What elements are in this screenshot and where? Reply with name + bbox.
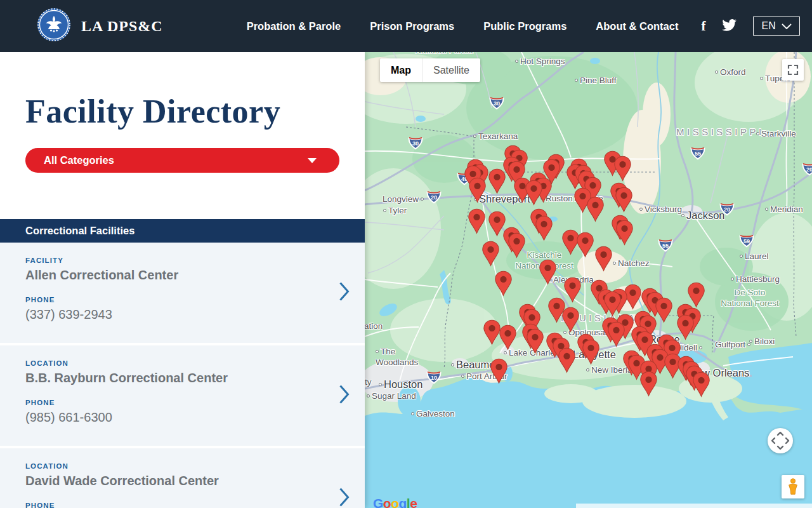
facility-card-2[interactable]: LOCATIONDavid Wade Correctional CenterPH… <box>0 448 365 508</box>
pan-control-button[interactable] <box>768 428 793 453</box>
map-label-hot-springs: Hot Springs <box>515 57 565 67</box>
map-label-meridian: Meridian <box>765 204 803 215</box>
nav-link-3[interactable]: About & Contact <box>596 20 678 32</box>
town-dot-icon <box>504 351 507 354</box>
map-pin[interactable] <box>607 321 625 347</box>
interstate-20-shield-icon: 20 <box>426 190 442 207</box>
facility-card-1[interactable]: LOCATIONB.B. Rayburn Correctional Center… <box>0 345 365 446</box>
phone-label: PHONE <box>25 296 320 304</box>
map-pin[interactable] <box>603 291 622 317</box>
svg-text:55: 55 <box>695 150 701 157</box>
google-logo-letter: e <box>410 496 417 508</box>
town-dot-icon <box>699 346 702 349</box>
page-title: Facility Directory <box>25 93 280 130</box>
map-pin[interactable] <box>563 277 582 303</box>
satellite-button[interactable]: Satellite <box>422 58 480 82</box>
map-pin[interactable] <box>615 220 634 246</box>
facility-name: Allen Correctional Center <box>25 268 320 283</box>
town-dot-icon <box>461 375 464 378</box>
town-dot-icon <box>760 77 763 80</box>
map-label-jackson: Jackson <box>681 209 725 222</box>
map-pin[interactable] <box>576 232 594 258</box>
interstate-20-shield-icon: 20 <box>719 202 735 219</box>
phone-label: PHONE <box>25 399 320 406</box>
map-pin[interactable] <box>558 347 576 373</box>
town-dot-icon <box>421 197 424 201</box>
map-label-galveston: Galveston <box>411 409 455 420</box>
map-pin[interactable] <box>535 215 553 241</box>
section-header: Correctional Facilities <box>0 219 365 243</box>
pegman-icon <box>787 478 799 496</box>
svg-text:30: 30 <box>494 100 500 107</box>
map-pin[interactable] <box>525 180 543 206</box>
town-dot-icon <box>586 368 589 371</box>
town-dot-icon <box>411 412 414 415</box>
fullscreen-icon <box>787 64 799 76</box>
google-logo-letter: o <box>391 496 398 508</box>
fullscreen-button[interactable] <box>782 59 804 81</box>
map-label-gulfport: Gulfport <box>715 340 750 351</box>
map-pin[interactable] <box>639 371 658 397</box>
map-label-longview: Longview <box>383 194 424 205</box>
town-dot-icon <box>473 135 476 138</box>
interstate-30-shield-icon: 30 <box>489 96 505 113</box>
google-logo-letter: g <box>399 496 407 508</box>
svg-text:20: 20 <box>431 194 437 201</box>
map-pin[interactable] <box>490 358 508 384</box>
language-selector[interactable]: EN <box>753 17 799 36</box>
town-dot-icon <box>740 255 743 258</box>
street-view-pegman-button[interactable] <box>782 475 804 498</box>
facebook-icon[interactable]: f <box>701 18 705 34</box>
louisiana-seal-logo-icon <box>37 8 71 44</box>
map-pin[interactable] <box>499 324 517 351</box>
map-label-tyler: Tyler <box>383 206 407 217</box>
town-dot-icon <box>515 60 518 63</box>
map-pin[interactable] <box>586 196 605 222</box>
twitter-icon[interactable] <box>722 19 737 34</box>
map-pin[interactable] <box>468 208 486 234</box>
map-label-houston: Houston <box>379 378 422 391</box>
category-dropdown[interactable]: All Categories <box>25 148 339 173</box>
map-label-the-woodlands: The Woodlands <box>376 347 418 368</box>
map-pin[interactable] <box>488 168 506 194</box>
map-label-national-forest: National Forest <box>415 52 473 57</box>
map-pin[interactable] <box>594 246 613 272</box>
map-pin[interactable] <box>613 156 632 182</box>
pan-arrows-icon <box>768 428 793 453</box>
town-dot-icon <box>749 340 752 343</box>
nav-link-1[interactable]: Prison Programs <box>370 20 454 32</box>
caret-down-icon <box>308 158 317 163</box>
map-pin[interactable] <box>615 187 633 213</box>
map-pin[interactable] <box>561 307 580 333</box>
map-pin[interactable] <box>676 314 695 340</box>
map-pin[interactable] <box>494 271 513 297</box>
interstate-59-shield-icon: 59 <box>739 234 755 251</box>
map-pin[interactable] <box>526 328 544 354</box>
facility-type-label: LOCATION <box>25 359 320 367</box>
map-pin[interactable] <box>692 371 710 398</box>
map-pin[interactable] <box>468 177 487 203</box>
nav-links: Probation & ParolePrison ProgramsPublic … <box>247 20 679 32</box>
svg-text:59: 59 <box>743 238 750 244</box>
language-value: EN <box>761 20 775 32</box>
map-type-control: Map Satellite <box>380 58 480 82</box>
map-pin[interactable] <box>508 232 526 258</box>
nav-link-2[interactable]: Public Programs <box>483 20 566 32</box>
map-pin[interactable] <box>539 259 557 285</box>
brand[interactable]: LA DPS&C <box>37 8 163 44</box>
map-button[interactable]: Map <box>380 58 422 82</box>
chevron-right-icon <box>339 385 350 406</box>
map-label-de-soto-national-forest: De Soto National Forest <box>721 288 779 309</box>
interstate-30-shield-icon: 30 <box>408 136 424 153</box>
map-pin[interactable] <box>582 339 600 365</box>
facility-type-label: FACILITY <box>25 257 320 264</box>
nav-link-0[interactable]: Probation & Parole <box>247 20 341 32</box>
map-pin[interactable] <box>655 297 673 323</box>
map[interactable]: Map Satellite Google Hot SpringsPine Blu… <box>365 52 812 508</box>
map-label-ty: ty <box>365 377 372 388</box>
map-pin[interactable] <box>481 241 500 267</box>
facility-card-0[interactable]: FACILITYAllen Correctional CenterPHONE(3… <box>0 243 365 343</box>
svg-text:20: 20 <box>806 166 812 173</box>
brand-title: LA DPS&C <box>81 18 163 35</box>
map-label-vicksburg: Vicksburg <box>639 204 682 215</box>
